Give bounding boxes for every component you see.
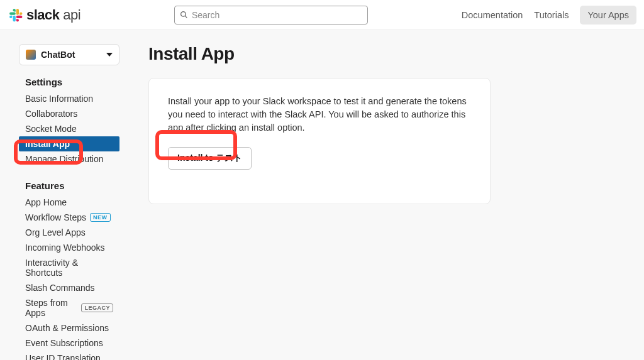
badge-legacy: LEGACY: [81, 303, 113, 312]
sidebar-item-collaborators[interactable]: Collaborators: [19, 106, 119, 121]
sidebar-section-settings: Settings: [25, 77, 119, 87]
sidebar-item-basic-information[interactable]: Basic Information: [19, 91, 119, 106]
page-title: Install App: [148, 44, 625, 64]
svg-line-1: [185, 16, 187, 18]
search-box[interactable]: [174, 6, 368, 25]
page-body: ChatBot Settings Basic Information Colla…: [0, 30, 644, 360]
badge-new: NEW: [90, 213, 111, 222]
top-header: slack api Documentation Tutorials Your A…: [0, 0, 644, 30]
header-nav: Documentation Tutorials Your Apps: [462, 6, 636, 25]
sidebar-item-label: Steps from Apps: [25, 298, 77, 318]
install-description: Install your app to your Slack workspace…: [168, 95, 471, 134]
sidebar-item-manage-distribution[interactable]: Manage Distribution: [19, 151, 119, 166]
sidebar-item-slash-commands[interactable]: Slash Commands: [19, 280, 119, 295]
sidebar-item-app-home[interactable]: App Home: [19, 195, 119, 210]
sidebar: ChatBot Settings Basic Information Colla…: [0, 44, 126, 360]
brand-light: api: [60, 7, 80, 23]
nav-your-apps[interactable]: Your Apps: [580, 6, 636, 25]
svg-point-0: [181, 12, 186, 17]
nav-tutorials[interactable]: Tutorials: [534, 10, 569, 20]
app-selector[interactable]: ChatBot: [19, 44, 119, 65]
sidebar-item-install-app[interactable]: Install App: [19, 136, 119, 151]
app-icon: [26, 50, 36, 60]
sidebar-item-socket-mode[interactable]: Socket Mode: [19, 121, 119, 136]
nav-documentation[interactable]: Documentation: [462, 10, 523, 20]
sidebar-section-features: Features: [25, 180, 119, 191]
search-wrap: [80, 6, 462, 25]
sidebar-item-steps-from-apps[interactable]: Steps from Apps LEGACY: [19, 295, 119, 320]
sidebar-item-org-level-apps[interactable]: Org Level Apps: [19, 225, 119, 240]
sidebar-item-incoming-webhooks[interactable]: Incoming Webhooks: [19, 240, 119, 255]
brand-text: slack api: [26, 7, 80, 23]
settings-list: Basic Information Collaborators Socket M…: [19, 91, 119, 166]
app-selector-name: ChatBot: [41, 50, 75, 60]
sidebar-item-workflow-steps[interactable]: Workflow Steps NEW: [19, 210, 119, 225]
sidebar-item-interactivity-shortcuts[interactable]: Interactivity & Shortcuts: [19, 255, 119, 280]
logo-wrap[interactable]: slack api: [9, 7, 80, 23]
search-input[interactable]: [192, 10, 362, 20]
install-card: Install your app to your Slack workspace…: [148, 78, 491, 204]
slack-logo-icon: [9, 8, 23, 22]
chevron-down-icon: [106, 53, 113, 57]
sidebar-item-oauth-permissions[interactable]: OAuth & Permissions: [19, 320, 119, 335]
install-to-workspace-button[interactable]: Install to テスト: [168, 147, 252, 170]
sidebar-item-user-id-translation[interactable]: User ID Translation: [19, 351, 119, 360]
sidebar-item-event-subscriptions[interactable]: Event Subscriptions: [19, 335, 119, 351]
brand-bold: slack: [26, 7, 60, 23]
main-content: Install App Install your app to your Sla…: [126, 44, 644, 360]
features-list: App Home Workflow Steps NEW Org Level Ap…: [19, 195, 119, 360]
search-icon: [180, 11, 188, 19]
sidebar-item-label: Workflow Steps: [25, 212, 86, 222]
